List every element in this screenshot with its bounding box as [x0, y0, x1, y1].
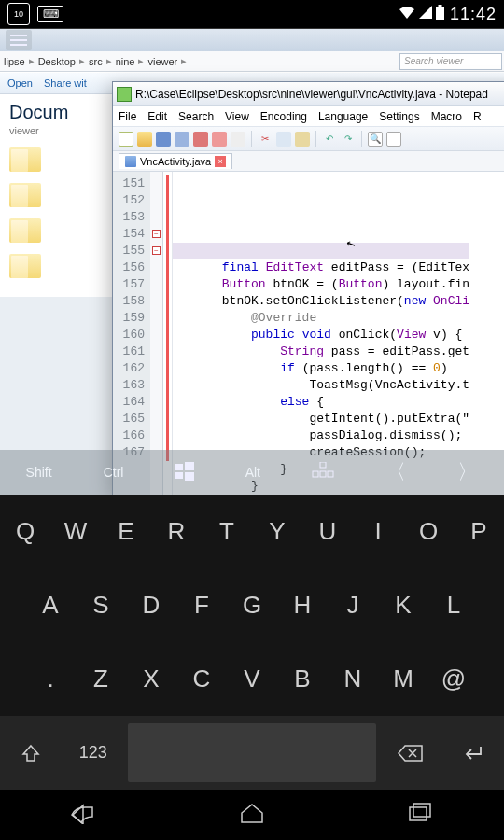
close-icon[interactable]: [193, 132, 208, 147]
notepadpp-window[interactable]: R:\Case\Eclipse\Desktop\src\nine\viewer\…: [112, 81, 504, 495]
menu-file[interactable]: File: [119, 110, 136, 123]
code-content[interactable]: ↖ View layout = inflater.inflate(R.l fin…: [173, 172, 469, 495]
key-v[interactable]: V: [227, 642, 277, 716]
shift-key-icon[interactable]: [0, 716, 63, 790]
keyboard-bottom-row: 123: [0, 716, 504, 790]
windows-key-icon[interactable]: [166, 456, 203, 489]
keyboard-icon: [37, 6, 63, 22]
menu-macro[interactable]: Macro: [431, 110, 462, 123]
key-m[interactable]: M: [378, 642, 428, 716]
menu-run[interactable]: R: [473, 110, 482, 123]
soft-keyboard[interactable]: QWERTYUIOP ASDFGHJKL .ZXCVBNM@ 123: [0, 495, 504, 790]
window-title: R:\Case\Eclipse\Desktop\src\nine\viewer\…: [135, 88, 488, 101]
key-t[interactable]: T: [202, 495, 252, 568]
android-nav-bar[interactable]: [0, 790, 504, 840]
key-s[interactable]: S: [76, 568, 126, 642]
folder-icon[interactable]: [9, 183, 41, 207]
backspace-icon[interactable]: [380, 716, 442, 790]
menu-view[interactable]: View: [225, 110, 249, 123]
svg-rect-5: [185, 472, 194, 481]
copy-icon[interactable]: [276, 132, 291, 147]
key-c[interactable]: C: [176, 642, 227, 716]
key-y[interactable]: Y: [252, 495, 302, 568]
code-editor[interactable]: 1511521531541551561571581591601611621631…: [113, 172, 504, 495]
tab-vncactivity[interactable]: VncActivity.java ×: [119, 153, 232, 169]
tab-bar[interactable]: VncActivity.java ×: [113, 151, 504, 172]
shift-key[interactable]: Shift: [17, 459, 62, 485]
key-r[interactable]: R: [151, 495, 202, 568]
enter-icon[interactable]: [442, 716, 505, 790]
key-h[interactable]: H: [277, 568, 328, 642]
remote-desktop-viewport[interactable]: lipse▸ Desktop▸ src▸ nine▸ viewer▸ Searc…: [0, 28, 504, 495]
modifier-key-bar[interactable]: Shift Ctrl Alt 〈 〉: [0, 450, 504, 495]
key-z[interactable]: Z: [76, 642, 126, 716]
key-x[interactable]: X: [126, 642, 176, 716]
key-k[interactable]: K: [378, 568, 428, 642]
key-n[interactable]: N: [328, 642, 378, 716]
key-@[interactable]: @: [428, 642, 479, 716]
fold-gutter[interactable]: − −: [150, 172, 163, 495]
key-f[interactable]: F: [176, 568, 227, 642]
share-button[interactable]: Share wit: [44, 77, 87, 89]
key-j[interactable]: J: [328, 568, 378, 642]
close-tab-icon[interactable]: ×: [215, 156, 226, 167]
menu-edit[interactable]: Edit: [147, 110, 167, 123]
key-a[interactable]: A: [25, 568, 76, 642]
window-titlebar[interactable]: R:\Case\Eclipse\Desktop\src\nine\viewer\…: [113, 82, 504, 106]
menu-encoding[interactable]: Encoding: [260, 110, 307, 123]
ctrl-key[interactable]: Ctrl: [94, 459, 133, 485]
key-o[interactable]: O: [403, 495, 454, 568]
menu-bar[interactable]: File Edit Search View Encoding Language …: [113, 106, 504, 127]
paste-icon[interactable]: [295, 132, 310, 147]
key-b[interactable]: B: [277, 642, 328, 716]
recent-icon[interactable]: [406, 802, 434, 828]
menu-icon[interactable]: [6, 30, 32, 50]
chevron-right-icon[interactable]: 〉: [448, 453, 487, 492]
menu-search[interactable]: Search: [178, 110, 214, 123]
breadcrumb[interactable]: lipse▸ Desktop▸ src▸ nine▸ viewer▸ Searc…: [0, 51, 504, 72]
back-icon[interactable]: [70, 802, 98, 828]
numeric-key[interactable]: 123: [63, 716, 125, 790]
chevron-left-icon[interactable]: 〈: [376, 453, 415, 492]
key-w[interactable]: W: [50, 495, 101, 568]
search-input[interactable]: Search viewer: [399, 53, 502, 70]
undo-icon[interactable]: ↶: [322, 132, 337, 147]
find-icon[interactable]: 🔍: [368, 132, 383, 147]
menu-settings[interactable]: Settings: [379, 110, 419, 123]
key-u[interactable]: U: [302, 495, 353, 568]
arrows-icon[interactable]: [302, 456, 343, 489]
cut-icon[interactable]: ✂: [258, 132, 273, 147]
folder-icon[interactable]: [9, 254, 41, 278]
menu-language[interactable]: Language: [318, 110, 368, 123]
save-icon[interactable]: [156, 132, 171, 147]
open-button[interactable]: Open: [7, 77, 33, 89]
key-i[interactable]: I: [353, 495, 403, 568]
folder-icon[interactable]: [9, 218, 41, 243]
svg-rect-4: [175, 472, 183, 479]
replace-icon[interactable]: [386, 132, 401, 147]
key-g[interactable]: G: [227, 568, 277, 642]
key-.[interactable]: .: [25, 642, 76, 716]
alt-key[interactable]: Alt: [236, 459, 270, 485]
folder-icon[interactable]: [9, 147, 41, 172]
close-all-icon[interactable]: [212, 132, 227, 147]
key-l[interactable]: L: [428, 568, 479, 642]
svg-rect-1: [438, 5, 441, 7]
svg-rect-3: [185, 462, 194, 470]
key-e[interactable]: E: [101, 495, 151, 568]
battery-icon: [436, 5, 444, 23]
toolbar[interactable]: ✂ ↶ ↷ 🔍: [113, 127, 504, 151]
open-icon[interactable]: [137, 132, 152, 147]
save-all-icon[interactable]: [175, 132, 189, 147]
spacebar[interactable]: [128, 723, 376, 782]
home-icon[interactable]: [238, 802, 266, 828]
key-d[interactable]: D: [126, 568, 176, 642]
key-q[interactable]: Q: [0, 495, 50, 568]
new-file-icon[interactable]: [119, 132, 133, 147]
svg-rect-9: [328, 471, 333, 477]
redo-icon[interactable]: ↷: [341, 132, 356, 147]
print-icon[interactable]: [231, 132, 245, 147]
key-p[interactable]: P: [454, 495, 504, 568]
svg-rect-11: [413, 804, 430, 817]
clock: 11:42: [450, 5, 497, 24]
